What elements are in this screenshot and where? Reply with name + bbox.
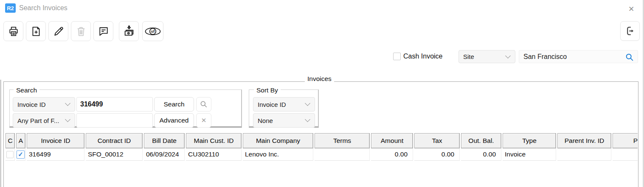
col-header-amount[interactable]: Amount [371, 133, 413, 148]
cash-invoice-label: Cash Invoice [403, 53, 443, 60]
col-header-invoice-id[interactable]: Invoice ID [27, 133, 84, 148]
uf-eye-icon: uf [144, 25, 161, 37]
invoices-legend: Invoices [305, 75, 334, 83]
search-magnifier-button[interactable] [196, 97, 211, 112]
site-dropdown-value: Site [463, 53, 474, 60]
col-header-terms[interactable]: Terms [315, 133, 370, 148]
uf-view-button[interactable]: uf [142, 21, 163, 41]
exit-button[interactable] [620, 21, 640, 41]
row-a-cell[interactable]: ✓ [16, 148, 25, 161]
cash-invoice-checkbox[interactable] [393, 53, 401, 60]
magnifier-icon [200, 100, 208, 109]
col-header-tax[interactable]: Tax [414, 133, 460, 148]
delete-invoice-button[interactable] [71, 21, 91, 41]
r2-logo: R2 [5, 3, 16, 13]
search-invoices-window: { "window": { "logo_text": "R2", "title"… [0, 0, 644, 187]
col-header-main-company[interactable]: Main Company [243, 133, 313, 148]
new-document-icon [30, 25, 42, 37]
secondary-search-input[interactable] [76, 113, 153, 128]
table-row[interactable]: ✓ 316499 SFO_00012 06/09/2024 CU302110 L… [6, 148, 638, 161]
notes-button[interactable] [93, 21, 113, 41]
search-field-dropdown-value: Invoice ID [17, 101, 46, 108]
col-header-type[interactable]: Type [503, 133, 556, 148]
table-header-row: C A Invoice ID Contract ID Bill Date Mai… [6, 133, 638, 148]
row-a-checkbox[interactable]: ✓ [17, 151, 25, 159]
close-icon[interactable]: ✕ [626, 4, 637, 14]
window-title: Search Invoices [19, 4, 67, 12]
col-header-out-bal[interactable]: Out. Bal. [461, 133, 501, 148]
site-search-value: San Francisco [523, 53, 567, 61]
chevron-down-icon [65, 100, 70, 106]
search-value-text: 316499 [80, 100, 103, 108]
exit-icon [624, 25, 636, 37]
row-c-checkbox[interactable] [6, 151, 14, 158]
site-dropdown[interactable]: Site [458, 50, 515, 63]
search-value-input[interactable]: 316499 [76, 97, 153, 112]
comment-icon [98, 25, 110, 37]
col-header-contract-id[interactable]: Contract ID [86, 133, 143, 148]
cell-po [613, 148, 638, 161]
cell-invoice-id: 316499 [27, 148, 84, 161]
search-button[interactable]: Search [154, 97, 194, 112]
cell-tax: 0.00 [414, 148, 460, 161]
deposit-payment-button[interactable] [119, 21, 139, 41]
edit-invoice-button[interactable] [48, 21, 68, 41]
print-button[interactable] [3, 21, 23, 41]
cell-parent-inv-id [557, 148, 611, 161]
sortby-legend: Sort By [254, 87, 281, 94]
svg-text:uf: uf [151, 29, 155, 33]
cell-out-bal: 0.00 [461, 148, 501, 161]
col-header-main-cust-id[interactable]: Main Cust. ID [186, 133, 242, 148]
site-search-input[interactable]: San Francisco [519, 50, 638, 63]
advanced-button[interactable]: Advanced [154, 113, 194, 128]
match-mode-dropdown[interactable]: Any Part of F... [13, 113, 75, 128]
chevron-down-icon [305, 100, 310, 106]
search-legend: Search [14, 87, 39, 94]
col-header-a[interactable]: A [16, 133, 25, 148]
cell-main-cust-id: CU302110 [186, 148, 242, 161]
clear-search-button[interactable]: ✕ [196, 113, 211, 128]
col-header-bill-date[interactable]: Bill Date [144, 133, 185, 148]
row-c-cell[interactable] [6, 148, 15, 161]
col-header-c[interactable]: C [6, 133, 15, 148]
sort-primary-dropdown[interactable]: Invoice ID [253, 97, 315, 112]
cell-main-company: Lenovo Inc. [243, 148, 313, 161]
col-header-parent-inv-id[interactable]: Parent Inv. ID [557, 133, 611, 148]
window-left-edge [0, 80, 1, 187]
cell-bill-date: 06/09/2024 [144, 148, 185, 161]
cash-deposit-icon [123, 25, 135, 38]
trash-icon [75, 25, 87, 37]
chevron-down-icon [65, 117, 70, 122]
cell-type: Invoice [503, 148, 556, 161]
search-field-dropdown[interactable]: Invoice ID [13, 97, 75, 112]
invoices-table: C A Invoice ID Contract ID Bill Date Mai… [6, 133, 638, 161]
sort-primary-value: Invoice ID [258, 101, 286, 108]
chevron-down-icon [505, 53, 511, 59]
clear-x-icon: ✕ [201, 117, 207, 124]
sort-secondary-dropdown[interactable]: None [253, 113, 315, 128]
cell-terms [315, 148, 370, 161]
col-header-po[interactable]: PO [613, 133, 638, 148]
printer-icon [8, 25, 20, 37]
cell-contract-id: SFO_00012 [86, 148, 143, 161]
pencil-icon [53, 25, 65, 37]
cell-amount: 0.00 [371, 148, 413, 161]
new-invoice-button[interactable] [26, 21, 46, 41]
sort-secondary-value: None [258, 117, 273, 124]
chevron-down-icon [305, 117, 310, 122]
match-mode-dropdown-value: Any Part of F... [17, 117, 59, 124]
